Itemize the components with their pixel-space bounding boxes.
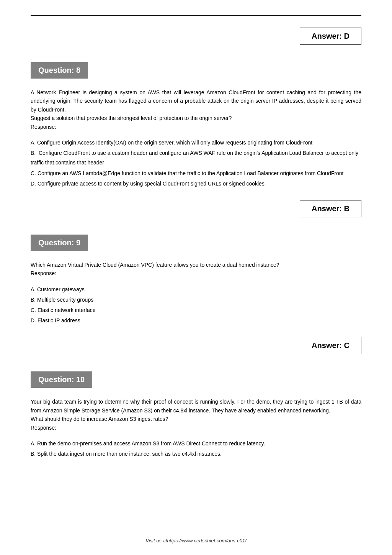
answer-b-label: Answer: B [312, 204, 350, 213]
answer-c-row: Answer: C [31, 337, 361, 362]
question-10-section: Question: 10 Your big data team is tryin… [31, 371, 361, 459]
question-9-options: A. Customer gateways B. Multiple securit… [31, 285, 361, 326]
answer-d-row: Answer: D [31, 28, 361, 53]
q10-option-b: B. Split the data ingest on more than on… [31, 449, 361, 459]
footer-text: Visit us athttps://www.certschief.com/an… [145, 538, 246, 544]
q8-option-d: D. Configure private access to content b… [31, 179, 361, 189]
question-8-header: Question: 8 [31, 62, 88, 79]
question-8-section: Question: 8 A Network Engineer is design… [31, 62, 361, 189]
question-10-header: Question: 10 [31, 371, 92, 388]
answer-b-box: Answer: B [300, 200, 361, 217]
question-8-options: A. Configure Origin Access Identity(OAI)… [31, 138, 361, 189]
q9-option-c: C. Elastic network interface [31, 305, 361, 315]
q10-option-a: A. Run the demo on-premises and access A… [31, 439, 361, 448]
question-10-options: A. Run the demo on-premises and access A… [31, 439, 361, 459]
question-9-section: Question: 9 Which Amazon Virtual Private… [31, 235, 361, 326]
page-footer: Visit us athttps://www.certschief.com/an… [0, 538, 392, 544]
answer-d-box: Answer: D [300, 28, 361, 45]
answer-c-label: Answer: C [312, 341, 350, 350]
question-8-text: A Network Engineer is designing a system… [31, 88, 361, 131]
answer-c-box: Answer: C [300, 337, 361, 354]
q9-option-d: D. Elastic IP address [31, 316, 361, 325]
answer-b-row: Answer: B [31, 200, 361, 225]
answer-d-label: Answer: D [312, 32, 350, 40]
q9-option-a: A. Customer gateways [31, 285, 361, 294]
question-9-header: Question: 9 [31, 235, 88, 251]
q9-option-b: B. Multiple security groups [31, 295, 361, 305]
top-border [31, 15, 361, 16]
question-10-text: Your big data team is trying to determin… [31, 397, 361, 432]
q8-option-a: A. Configure Origin Access Identity(OAI)… [31, 138, 361, 148]
q8-option-c: C. Configure an AWS Lambda@Edge function… [31, 169, 361, 178]
q8-option-b: B. Configure CloudFront to use a custom … [31, 148, 361, 167]
question-9-text: Which Amazon Virtual Private Cloud (Amaz… [31, 261, 361, 278]
